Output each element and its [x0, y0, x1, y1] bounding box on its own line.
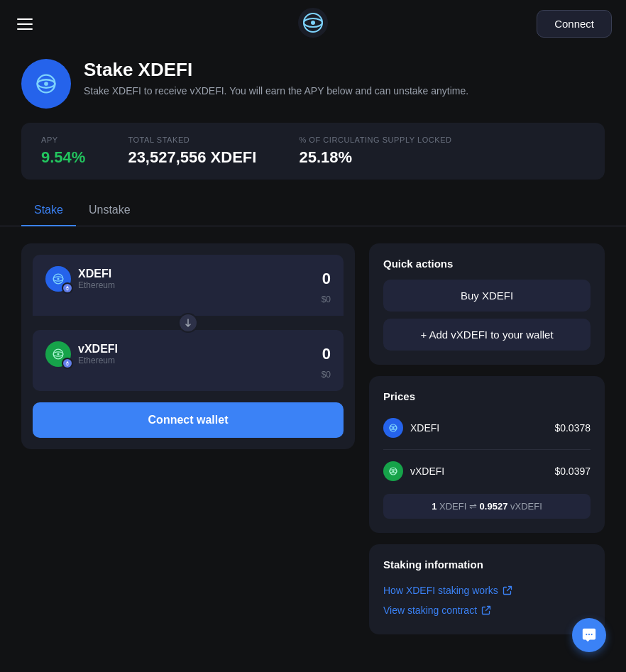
- rate-from-token: XDEFI: [439, 501, 469, 512]
- total-staked-value: 23,527,556 XDEFI: [128, 148, 256, 167]
- ethereum-sub-icon: [62, 282, 73, 294]
- connect-wallet-button[interactable]: Connect wallet: [33, 402, 344, 438]
- how-staking-works-link[interactable]: How XDEFI staking works: [383, 580, 591, 600]
- stat-circulating: % OF CIRCULATING SUPPLY LOCKED 25.18%: [299, 136, 451, 167]
- from-token-name: XDEFI: [78, 268, 115, 280]
- to-token-amount: 0: [322, 345, 331, 363]
- total-staked-label: TOTAL STAKED: [128, 136, 256, 144]
- svg-point-14: [63, 359, 72, 368]
- vxdefi-price-token: vXDEFI: [383, 461, 444, 481]
- staking-info-card: Staking information How XDEFI staking wo…: [369, 544, 605, 634]
- circulating-label: % OF CIRCULATING SUPPLY LOCKED: [299, 136, 451, 144]
- tabs: Stake Unstake: [0, 197, 626, 226]
- external-link-icon-2: [481, 605, 491, 615]
- left-panel: XDEFI Ethereum 0 $0: [21, 243, 355, 634]
- svg-point-9: [57, 277, 59, 280]
- vxdefi-price-row: vXDEFI $0.0397: [383, 456, 591, 487]
- svg-point-20: [392, 470, 394, 472]
- from-token-usd: $0: [45, 294, 331, 304]
- xdefi-price-token: XDEFI: [383, 418, 439, 438]
- external-link-icon-1: [503, 585, 512, 595]
- svg-point-21: [586, 634, 587, 635]
- vxdefi-price-name: vXDEFI: [410, 466, 444, 477]
- stats-bar: APY 9.54% TOTAL STAKED 23,527,556 XDEFI …: [21, 123, 605, 180]
- prices-title: Prices: [383, 390, 591, 402]
- main-content: XDEFI Ethereum 0 $0: [0, 243, 626, 656]
- from-token-details: XDEFI Ethereum: [78, 268, 115, 290]
- tab-stake[interactable]: Stake: [21, 197, 76, 226]
- hero-section: Stake XDEFI Stake XDEFI to receive vXDEF…: [0, 48, 626, 123]
- xdefi-price-name: XDEFI: [410, 422, 439, 434]
- rate-to: 0.9527: [480, 501, 508, 512]
- stat-apy: APY 9.54%: [41, 136, 85, 167]
- exchange-icon: ⇌: [469, 501, 477, 512]
- vxdefi-icon: [45, 341, 71, 367]
- page-title: Stake XDEFI: [84, 59, 468, 81]
- swap-arrow-divider: [33, 313, 344, 333]
- from-token-info: XDEFI Ethereum: [45, 266, 115, 292]
- xdefi-price-value: $0.0378: [554, 422, 591, 434]
- circulating-value: 25.18%: [299, 148, 451, 167]
- rate-from: 1: [432, 501, 436, 512]
- how-staking-works-label: How XDEFI staking works: [383, 585, 498, 596]
- exchange-rate: 1 XDEFI ⇌ 0.9527 vXDEFI: [383, 494, 591, 519]
- to-token-details: vXDEFI Ethereum: [78, 343, 118, 365]
- view-staking-contract-link[interactable]: View staking contract: [383, 600, 591, 620]
- xdefi-price-row: XDEFI $0.0378: [383, 412, 591, 444]
- apy-value: 9.54%: [41, 148, 85, 167]
- hero-icon: [21, 59, 71, 109]
- stake-card: XDEFI Ethereum 0 $0: [21, 243, 355, 449]
- connect-button[interactable]: Connect: [537, 10, 612, 38]
- arrow-circle: [178, 313, 198, 333]
- staking-info-title: Staking information: [383, 558, 591, 571]
- add-vxdefi-button[interactable]: + Add vXDEFI to your wallet: [383, 319, 591, 351]
- from-token-chain: Ethereum: [78, 280, 115, 290]
- svg-point-23: [591, 634, 593, 635]
- xdefi-icon: [45, 266, 71, 292]
- logo: [298, 8, 328, 40]
- rate-to-token: vXDEFI: [510, 501, 542, 512]
- quick-actions-title: Quick actions: [383, 258, 591, 270]
- to-token-name: vXDEFI: [78, 343, 118, 356]
- svg-point-22: [588, 634, 590, 635]
- chat-button[interactable]: [572, 618, 606, 652]
- svg-point-13: [57, 353, 59, 355]
- page-description: Stake XDEFI to receive vXDEFI. You will …: [84, 85, 468, 97]
- svg-point-17: [392, 426, 394, 429]
- to-token-chain: Ethereum: [78, 356, 118, 365]
- xdefi-price-icon: [383, 418, 403, 438]
- to-token-row: vXDEFI Ethereum 0 $0: [33, 330, 344, 391]
- price-divider: [383, 449, 591, 450]
- vxdefi-price-icon: [383, 461, 403, 481]
- vxdefi-price-value: $0.0397: [554, 466, 591, 477]
- buy-xdefi-button[interactable]: Buy XDEFI: [383, 280, 591, 312]
- svg-point-10: [63, 284, 72, 292]
- stat-total-staked: TOTAL STAKED 23,527,556 XDEFI: [128, 136, 256, 167]
- svg-point-3: [311, 21, 315, 25]
- to-token-usd: $0: [45, 370, 331, 380]
- from-token-row: XDEFI Ethereum 0 $0: [33, 255, 344, 316]
- quick-actions-card: Quick actions Buy XDEFI + Add vXDEFI to …: [369, 243, 605, 365]
- header: Connect: [0, 0, 626, 48]
- prices-card: Prices XDEFI $0.0378: [369, 376, 605, 533]
- menu-button[interactable]: [14, 16, 35, 33]
- hero-text: Stake XDEFI Stake XDEFI to receive vXDEF…: [84, 59, 468, 97]
- to-token-info: vXDEFI Ethereum: [45, 341, 118, 367]
- tab-unstake[interactable]: Unstake: [76, 197, 143, 226]
- vxdefi-ethereum-sub-icon: [62, 358, 73, 369]
- from-token-amount: 0: [322, 270, 331, 288]
- view-contract-label: View staking contract: [383, 605, 477, 616]
- right-panel: Quick actions Buy XDEFI + Add vXDEFI to …: [369, 243, 605, 634]
- svg-point-6: [44, 82, 48, 86]
- apy-label: APY: [41, 136, 85, 144]
